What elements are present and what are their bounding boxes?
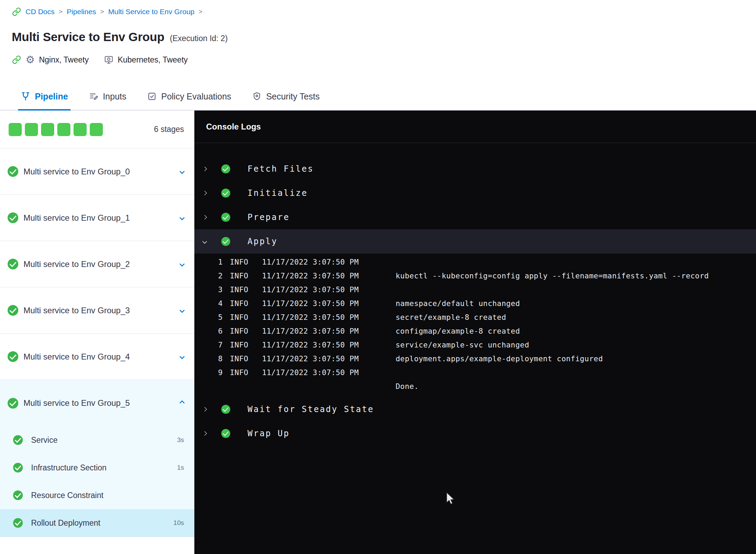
page-title: Multi Service to Env Group <box>12 30 164 44</box>
success-check-icon <box>13 435 23 445</box>
console-step-row[interactable]: Wrap Up <box>194 421 756 446</box>
success-check-icon <box>8 259 18 269</box>
success-check-icon <box>221 237 230 246</box>
stage-row[interactable]: Multi service to Env Group_2 <box>0 241 194 287</box>
tab-pipeline[interactable]: Pipeline <box>10 83 78 110</box>
chevron-down-icon[interactable] <box>202 240 207 243</box>
execution-header: CD Docs>Pipelines>Multi Service to Env G… <box>0 0 756 66</box>
log-line-number: 4 <box>194 299 223 308</box>
step-row[interactable]: Resource Constraint <box>0 481 194 509</box>
log-timestamp: 11/17/2022 3:07:50 PM <box>262 327 366 335</box>
main-split: 6 stages Multi service to Env Group_0 Mu… <box>0 111 756 554</box>
chevron-right-icon[interactable] <box>202 216 207 219</box>
log-line-number: 1 <box>194 258 223 266</box>
console-step-label: Fetch Files <box>248 164 314 174</box>
log-line: 3 INFO 11/17/2022 3:07:50 PM <box>194 283 756 296</box>
log-timestamp: 11/17/2022 3:07:50 PM <box>262 299 366 308</box>
environments-label: Kubernetes, Tweety <box>118 55 188 65</box>
console-step-label: Prepare <box>248 212 290 222</box>
tab-policy-evaluations[interactable]: Policy Evaluations <box>137 83 242 110</box>
chevron-down-icon[interactable] <box>180 307 184 314</box>
chevron-down-icon[interactable] <box>180 169 184 175</box>
log-line-number: 3 <box>194 285 223 294</box>
console-step-label: Wait for Steady State <box>248 404 374 414</box>
log-message: secret/example-8 created <box>396 313 506 322</box>
stage-group: Multi service to Env Group_3 <box>0 287 194 334</box>
success-check-icon <box>8 351 18 362</box>
stage-row[interactable]: Multi service to Env Group_0 <box>0 149 194 195</box>
chevron-right-icon[interactable] <box>202 167 207 171</box>
stage-success-square <box>9 123 22 136</box>
stage-progress-row: 6 stages <box>0 111 194 149</box>
step-row[interactable]: Infrastructure Section 1s <box>0 454 194 481</box>
stage-success-square <box>25 123 38 136</box>
title-row: Multi Service to Env Group (Execution Id… <box>12 30 756 44</box>
chevron-down-icon[interactable] <box>180 261 184 267</box>
console-header: Console Logs <box>194 111 756 143</box>
step-row[interactable]: Service 3s <box>0 426 194 454</box>
breadcrumb-link[interactable]: CD Docs <box>26 8 55 16</box>
stage-progress-squares <box>9 123 103 136</box>
chevron-down-icon[interactable] <box>180 354 184 360</box>
log-line: 8 INFO 11/17/2022 3:07:50 PM deployment.… <box>194 352 756 365</box>
stage-success-square <box>74 123 87 136</box>
breadcrumb-link[interactable]: Multi Service to Env Group <box>108 8 194 16</box>
breadcrumb-separator: > <box>100 8 104 16</box>
chevron-down-icon[interactable] <box>180 215 184 221</box>
log-output: 1 INFO 11/17/2022 3:07:50 PM 2 INFO 11/1… <box>194 254 756 397</box>
console-step-row[interactable]: Initialize <box>194 181 756 205</box>
stage-row[interactable]: Multi service to Env Group_5 <box>0 380 194 426</box>
log-level: INFO <box>230 271 251 280</box>
tab-inputs[interactable]: Inputs <box>78 83 137 110</box>
console-step-row[interactable]: Apply <box>194 229 756 254</box>
console-step-row[interactable]: Fetch Files <box>194 157 756 181</box>
stage-row[interactable]: Multi service to Env Group_3 <box>0 287 194 334</box>
tab-security-tests[interactable]: Security Tests <box>242 83 330 110</box>
log-message: deployment.apps/example-deployment confi… <box>396 354 603 363</box>
log-line-number: 8 <box>194 354 223 363</box>
log-line-number: 2 <box>194 271 223 280</box>
step-row[interactable]: Rollout Deployment 10s <box>0 509 194 537</box>
console-step-row[interactable]: Prepare <box>194 205 756 229</box>
log-message: configmap/example-8 created <box>396 327 520 335</box>
breadcrumb-link[interactable]: Pipelines <box>67 8 96 16</box>
success-check-icon <box>221 164 230 173</box>
step-duration: 1s <box>177 464 184 471</box>
security-icon <box>252 92 262 101</box>
step-duration: 3s <box>177 436 184 444</box>
log-line: Done. <box>194 379 756 393</box>
log-line: 1 INFO 11/17/2022 3:07:50 PM <box>194 255 756 269</box>
console-step-row[interactable]: Wait for Steady State <box>194 397 756 421</box>
services-group: ⚙ Nginx, Tweety <box>12 55 89 65</box>
console-title: Console Logs <box>206 122 261 132</box>
log-line: 4 INFO 11/17/2022 3:07:50 PM namespace/d… <box>194 296 756 310</box>
gear-icon: ⚙ <box>26 55 35 65</box>
tab-label: Security Tests <box>266 92 320 102</box>
stage-group: Multi service to Env Group_2 <box>0 241 194 287</box>
stage-success-square <box>41 123 54 136</box>
console-step-label: Wrap Up <box>248 429 290 438</box>
log-line: 9 INFO 11/17/2022 3:07:50 PM <box>194 365 756 379</box>
log-timestamp: 11/17/2022 3:07:50 PM <box>262 258 366 266</box>
log-message: Done. <box>396 382 419 391</box>
log-message: kubectl --kubeconfig=config apply --file… <box>396 271 709 280</box>
log-line-number: 9 <box>194 368 223 377</box>
stage-row[interactable]: Multi service to Env Group_4 <box>0 334 194 380</box>
chevron-right-icon[interactable] <box>202 191 207 195</box>
stage-step-list: Service 3s Infrastructure Section 1s Res… <box>0 426 194 537</box>
console-steps[interactable]: Fetch Files Initialize Prepare Apply 1 I… <box>194 143 756 446</box>
stage-label: Multi service to Env Group_5 <box>23 398 175 408</box>
stage-row[interactable]: Multi service to Env Group_1 <box>0 195 194 241</box>
log-level: INFO <box>230 354 251 363</box>
chevron-right-icon[interactable] <box>202 408 207 411</box>
log-level: INFO <box>230 368 251 377</box>
step-label: Resource Constraint <box>31 491 176 500</box>
stage-group: Multi service to Env Group_5 Service 3s … <box>0 380 194 537</box>
chevron-down-icon[interactable] <box>180 400 184 406</box>
log-timestamp: 11/17/2022 3:07:50 PM <box>262 313 366 322</box>
chevron-right-icon[interactable] <box>202 432 207 435</box>
link-icon <box>12 7 21 17</box>
success-check-icon <box>13 518 23 528</box>
tab-bar: PipelineInputsPolicy EvaluationsSecurity… <box>0 83 756 111</box>
stage-count-label: 6 stages <box>154 125 184 134</box>
